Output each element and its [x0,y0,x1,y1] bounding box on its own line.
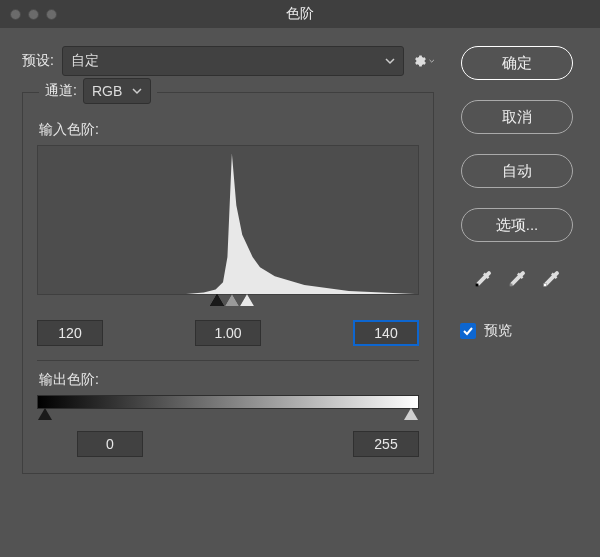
svg-rect-3 [544,284,547,287]
output-levels-label: 输出色阶: [39,371,419,389]
close-window-icon[interactable] [10,9,21,20]
preview-checkbox[interactable] [460,323,476,339]
midtone-input[interactable] [195,320,261,346]
zoom-window-icon[interactable] [46,9,57,20]
output-high-input[interactable] [353,431,419,457]
midtone-slider[interactable] [225,294,239,306]
eyedropper-icon [540,267,562,291]
highlight-slider[interactable] [240,294,254,306]
preset-menu-button[interactable] [412,53,434,69]
options-button[interactable]: 选项... [461,208,573,242]
titlebar: 色阶 [0,0,600,28]
black-point-eyedropper[interactable] [472,268,494,290]
minimize-window-icon[interactable] [28,9,39,20]
input-slider-track[interactable] [37,294,419,308]
chevron-down-icon [132,86,142,96]
highlight-input[interactable] [353,320,419,346]
preview-label: 预览 [484,322,512,340]
eyedropper-icon [506,267,528,291]
svg-rect-2 [510,284,513,287]
window-title: 色阶 [286,5,314,23]
preset-value: 自定 [71,52,99,70]
eyedropper-group [472,268,562,290]
ok-button[interactable]: 确定 [461,46,573,80]
channel-value: RGB [92,83,122,99]
gear-icon [412,53,427,69]
histogram-shape [38,146,415,294]
eyedropper-icon [472,267,494,291]
svg-rect-1 [476,284,479,287]
chevron-down-icon [429,58,434,64]
preset-label: 预设: [22,52,54,70]
cancel-button[interactable]: 取消 [461,100,573,134]
input-levels-label: 输入色阶: [39,121,419,139]
preset-select[interactable]: 自定 [62,46,404,76]
output-low-slider[interactable] [38,408,52,420]
divider [37,360,419,361]
channel-label: 通道: [45,82,77,100]
shadow-input[interactable] [37,320,103,346]
output-gradient [37,395,419,409]
output-slider-track[interactable] [37,409,419,423]
svg-marker-0 [38,153,415,294]
shadow-slider[interactable] [210,294,224,306]
channel-select[interactable]: RGB [83,78,151,104]
output-high-slider[interactable] [404,408,418,420]
levels-panel: 通道: RGB 输入色阶: [22,92,434,474]
histogram [37,145,419,295]
auto-button[interactable]: 自动 [461,154,573,188]
output-low-input[interactable] [77,431,143,457]
white-point-eyedropper[interactable] [540,268,562,290]
chevron-down-icon [385,56,395,66]
gray-point-eyedropper[interactable] [506,268,528,290]
window-controls [10,9,57,20]
check-icon [462,325,474,337]
